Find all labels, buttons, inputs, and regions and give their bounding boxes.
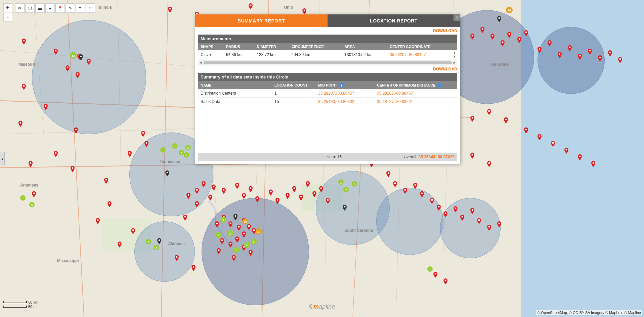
- edit-button[interactable]: ✎: [66, 3, 75, 13]
- cell-center-coord[interactable]: 35.28207,-80.88457: [387, 50, 452, 59]
- summary-footer: sum: 16 overall: 35.26844,-80.87629: [198, 153, 457, 161]
- tab-location-report[interactable]: LOCATION REPORT: [328, 14, 460, 27]
- add-marker-button[interactable]: 📍: [55, 3, 65, 13]
- summary-count-2: 15: [272, 98, 315, 106]
- mapline-logo: ©mapline: [309, 303, 335, 310]
- summary-section-header: Summary of all data sets inside this Cir…: [198, 73, 457, 81]
- cell-diameter: 128.72 km: [254, 50, 289, 59]
- overall-label: overall:: [404, 155, 418, 159]
- draw-line-button[interactable]: ✏: [15, 3, 25, 13]
- scale-bar: 50 km 50 mi: [3, 300, 38, 309]
- cell-radius: 64.36 km: [223, 50, 254, 59]
- summary-center-1[interactable]: 35.28207,-80.88457: [374, 89, 457, 98]
- summary-count-1: 1: [272, 89, 315, 98]
- download-summary-button[interactable]: DOWNLOAD: [195, 65, 460, 73]
- col-circumference: CIRCUMFERENCE: [289, 43, 342, 50]
- col-diameter: DIAMETER: [254, 43, 289, 50]
- sidebar-toggle-button[interactable]: ‹: [0, 152, 5, 165]
- scroll-down-arrow[interactable]: ▼: [453, 55, 456, 58]
- hscroll-right-arrow[interactable]: ►: [453, 61, 456, 64]
- summary-midpoint-2[interactable]: 35.25480,-80.86802: [315, 98, 374, 106]
- report-panel: × SUMMARY REPORT LOCATION REPORT DOWNLOA…: [195, 14, 460, 164]
- cell-area: 1301313.52 ha: [342, 50, 387, 59]
- col-shape: SHAPE: [198, 43, 223, 50]
- list-button[interactable]: ≡: [76, 3, 85, 13]
- mid-point-info-icon[interactable]: i: [339, 83, 344, 88]
- download-measurements-button[interactable]: DOWNLOAD: [195, 27, 460, 35]
- sum-label: sum: 16: [327, 155, 342, 159]
- col-radius: RADIUS: [223, 43, 254, 50]
- col-center-min-dist: CENTER OF MINIMUM DISTANCE i: [374, 81, 457, 89]
- svg-rect-19: [302, 184, 343, 211]
- measurements-row-1: Circle 64.36 km 128.72 km 404.39 km 1301…: [198, 50, 457, 59]
- panel-tabs: SUMMARY REPORT LOCATION REPORT: [195, 14, 460, 27]
- zoom-in-button[interactable]: +: [3, 3, 12, 12]
- summary-row-2: Sales Data 15 35.25480,-80.86802 35.1872…: [198, 98, 457, 106]
- panel-close-button[interactable]: ×: [454, 14, 460, 21]
- svg-rect-21: [101, 218, 151, 252]
- col-mid-point: MID POINT i: [315, 81, 374, 89]
- summary-midpoint-1[interactable]: 35.28207,-80.88457: [315, 89, 374, 98]
- summary-name-2: Sales Data: [198, 98, 272, 106]
- measurements-section-header: Measurements: [198, 35, 457, 43]
- summary-table: NAME LOCATION COUNT MID POINT i CENTER O…: [198, 81, 457, 153]
- scroll-up-arrow[interactable]: ▲: [453, 51, 456, 55]
- zoom-out-button[interactable]: −: [3, 13, 12, 21]
- draw-rectangle-button[interactable]: ▬: [35, 3, 45, 13]
- center-min-dist-info-icon[interactable]: i: [438, 83, 442, 88]
- col-name: NAME: [198, 81, 272, 89]
- scale-mi-label: 50 mi: [28, 305, 37, 309]
- cell-shape: Circle: [198, 50, 223, 59]
- col-location-count: LOCATION COUNT: [272, 81, 315, 89]
- measurements-table: SHAPE RADIUS DIAMETER CIRCUMFERENCE AREA…: [198, 43, 457, 59]
- tab-summary-report[interactable]: SUMMARY REPORT: [195, 14, 328, 27]
- summary-name-1: Distribution Centers: [198, 89, 272, 98]
- drawing-toolbar: ✏ ⬠ ▬ ● 📍 ✎ ≡ 🏷: [15, 3, 95, 13]
- col-center-coord: CENTER COORDINATE: [387, 43, 452, 50]
- label-button[interactable]: 🏷: [86, 3, 95, 13]
- hscroll-left-arrow[interactable]: ◄: [199, 61, 202, 64]
- scale-km-label: 50 km: [28, 300, 38, 304]
- draw-polygon-button[interactable]: ⬠: [25, 3, 35, 13]
- map-zoom-controls: + −: [3, 3, 12, 21]
- draw-circle-button[interactable]: ●: [45, 3, 55, 13]
- map-container: Illinois Ohio Missouri Delaware Arkansas…: [0, 0, 644, 317]
- summary-row-1: Distribution Centers 1 35.28207,-80.8845…: [198, 89, 457, 98]
- overall-coord[interactable]: 35.26844,-80.87629: [419, 155, 455, 159]
- map-attribution: © OpenStreetMap, © CC-BY-SA Imagery © Ma…: [536, 310, 642, 315]
- col-area: AREA: [342, 43, 387, 50]
- cell-circumference: 404.39 km: [289, 50, 342, 59]
- summary-center-2[interactable]: 35.18727,-80.83261: [374, 98, 457, 106]
- summary-empty-rows: [198, 106, 457, 153]
